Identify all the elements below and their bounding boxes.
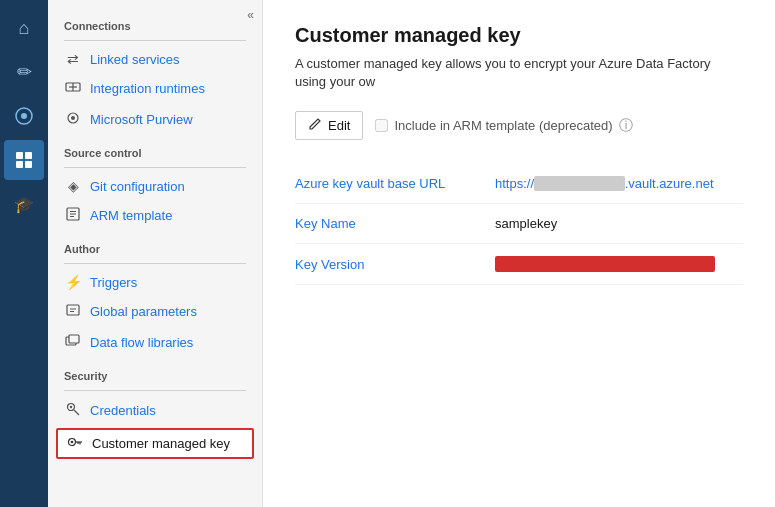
key-version-row: Key Version [295,244,743,285]
connections-section-label: Connections [48,8,262,36]
azure-key-vault-url-value: https://redacted.vault.azure.net [495,176,714,191]
svg-point-10 [71,116,75,120]
git-configuration-icon: ◈ [64,178,82,194]
svg-rect-5 [25,161,32,168]
sidebar-item-purview[interactable]: Microsoft Purview [48,104,262,135]
linked-services-icon: ⇄ [64,51,82,67]
toolbar: Edit Include in ARM template (deprecated… [295,111,743,140]
learn-icon[interactable]: 🎓 [4,184,44,224]
global-parameters-icon [64,302,82,321]
azure-key-vault-url-label: Azure key vault base URL [295,176,495,191]
data-flow-libraries-icon [64,333,82,352]
purview-icon [64,110,82,129]
integration-runtimes-icon [64,79,82,98]
arm-template-checkbox-area: Include in ARM template (deprecated) ⓘ [375,117,632,135]
icon-bar: ⌂ ✏ 🎓 [0,0,48,507]
edit-button[interactable]: Edit [295,111,363,140]
azure-key-vault-url-row: Azure key vault base URL https://redacte… [295,164,743,204]
integration-runtimes-label: Integration runtimes [90,81,205,96]
main-content: Customer managed key A customer managed … [263,0,775,507]
sidebar-item-customer-managed-key[interactable]: Customer managed key [56,428,254,459]
source-control-section-label: Source control [48,135,262,163]
git-configuration-label: Git configuration [90,179,185,194]
edit-icon[interactable]: ✏ [4,52,44,92]
sidebar-item-data-flow-libraries[interactable]: Data flow libraries [48,327,262,358]
security-section-label: Security [48,358,262,386]
triggers-label: Triggers [90,275,137,290]
arm-template-checkbox-label: Include in ARM template (deprecated) [394,118,612,133]
svg-rect-3 [25,152,32,159]
svg-rect-16 [69,335,79,343]
svg-rect-2 [16,152,23,159]
arm-template-checkbox[interactable] [375,119,388,132]
home-icon[interactable]: ⌂ [4,8,44,48]
data-flow-libraries-label: Data flow libraries [90,335,193,350]
customer-managed-key-label: Customer managed key [92,436,230,451]
edit-button-label: Edit [328,118,350,133]
key-name-label: Key Name [295,216,495,231]
sidebar-item-global-parameters[interactable]: Global parameters [48,296,262,327]
svg-point-18 [70,406,72,408]
svg-rect-12 [67,305,79,315]
sidebar: « Connections ⇄ Linked services Integrat… [48,0,263,507]
svg-rect-4 [16,161,23,168]
arm-template-icon [64,206,82,225]
purview-label: Microsoft Purview [90,112,193,127]
sidebar-item-git-configuration[interactable]: ◈ Git configuration [48,172,262,200]
key-name-value: samplekey [495,216,557,231]
svg-point-23 [71,441,74,444]
credentials-label: Credentials [90,403,156,418]
page-description: A customer managed key allows you to enc… [295,55,743,91]
page-title: Customer managed key [295,24,743,47]
credentials-icon [64,401,82,420]
key-version-value [495,256,715,272]
sidebar-collapse-button[interactable]: « [247,8,254,22]
sidebar-item-credentials[interactable]: Credentials [48,395,262,426]
sidebar-item-arm-template[interactable]: ARM template [48,200,262,231]
triggers-icon: ⚡ [64,274,82,290]
svg-point-1 [21,113,27,119]
author-section-label: Author [48,231,262,259]
manage-icon[interactable] [4,140,44,180]
key-name-row: Key Name samplekey [295,204,743,244]
arm-template-label: ARM template [90,208,172,223]
sidebar-item-integration-runtimes[interactable]: Integration runtimes [48,73,262,104]
customer-managed-key-icon [66,434,84,453]
global-parameters-label: Global parameters [90,304,197,319]
sidebar-item-linked-services[interactable]: ⇄ Linked services [48,45,262,73]
sidebar-item-triggers[interactable]: ⚡ Triggers [48,268,262,296]
edit-pencil-icon [308,117,322,134]
monitor-icon[interactable] [4,96,44,136]
key-version-label: Key Version [295,257,495,272]
linked-services-label: Linked services [90,52,180,67]
info-icon[interactable]: ⓘ [619,117,633,135]
